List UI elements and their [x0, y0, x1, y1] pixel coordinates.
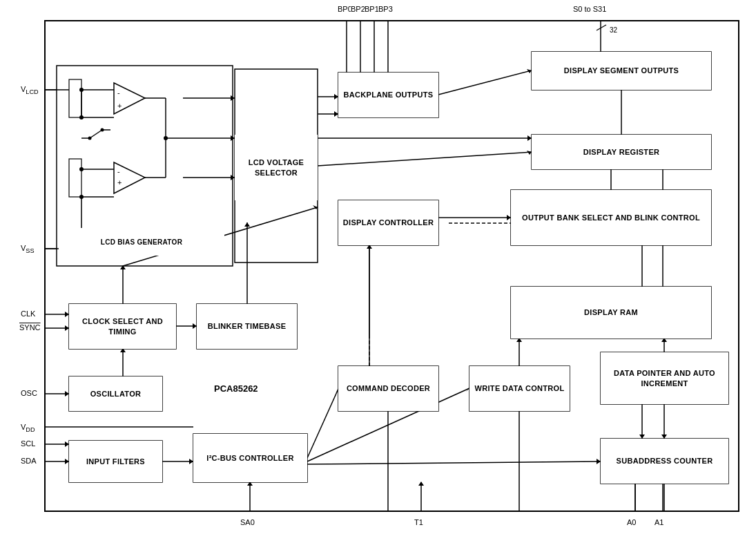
backplane-label: BACKPLANE OUTPUTS — [344, 90, 434, 99]
output-bank-label: OUTPUT BANK SELECT AND BLINK CONTROL — [522, 213, 700, 222]
clock-select-label: CLOCK SELECT AND TIMING — [72, 316, 173, 336]
i2c-bus-block: I²C-BUS CONTROLLER — [193, 434, 307, 482]
svg-text:-: - — [117, 88, 120, 97]
blinker-timebase-block: BLINKER TIMEBASE — [197, 304, 297, 349]
sda-text: SDA — [21, 457, 37, 465]
display-ram-block: DISPLAY RAM — [511, 287, 711, 338]
display-controller-label: DISPLAY CONTROLLER — [343, 218, 434, 227]
svg-line-64 — [597, 25, 606, 30]
svg-line-113 — [307, 461, 601, 464]
svg-text:+: + — [117, 102, 122, 110]
a1-label: A1 — [655, 518, 663, 527]
clk-text: CLK — [21, 309, 35, 318]
block-diagram: - + - + — [0, 0, 756, 534]
vdd-label: VDD — [21, 423, 35, 434]
pca-label: PCA85262 — [214, 383, 258, 394]
svg-rect-2 — [69, 79, 81, 117]
osc-label: OSC — [21, 389, 37, 398]
command-decoder-block: COMMAND DECODER — [338, 366, 438, 411]
svg-point-13 — [88, 137, 92, 140]
svg-line-11 — [90, 130, 102, 138]
display-register-label: DISPLAY REGISTER — [583, 147, 660, 157]
display-register-block: DISPLAY REGISTER — [532, 135, 711, 169]
svg-line-69 — [438, 70, 532, 95]
sync-text: SYNC — [19, 323, 41, 332]
scl-label: SCL — [21, 439, 35, 448]
a0-label: A0 — [627, 518, 636, 527]
oscillator-label: OSCILLATOR — [90, 389, 141, 399]
vss-label: VSS — [21, 244, 35, 255]
input-filters-block: INPUT FILTERS — [69, 441, 162, 482]
lcd-voltage-selector-block: LCD VOLTAGE SELECTOR — [235, 135, 318, 200]
bp2-label: BP2 — [351, 5, 365, 14]
input-filters-label: INPUT FILTERS — [86, 457, 145, 466]
clk-label: CLK — [21, 309, 35, 318]
vlcd-label: VLCD — [21, 85, 39, 96]
osc-text: OSC — [21, 389, 37, 397]
command-decoder-label: COMMAND DECODER — [347, 383, 430, 393]
svg-line-109 — [307, 389, 338, 458]
write-data-control-block: WRITE DATA CONTROL — [469, 366, 570, 411]
lcd-bias-generator-block: LCD BIAS GENERATOR — [59, 228, 224, 256]
data-pointer-label: DATA POINTER AND AUTO INCREMENT — [603, 368, 726, 388]
s0-s31-label: S0 to S31 — [573, 5, 606, 14]
data-pointer-block: DATA POINTER AND AUTO INCREMENT — [601, 352, 728, 404]
svg-point-14 — [101, 128, 104, 132]
pca-name: PCA85262 — [214, 383, 258, 394]
backplane-outputs-block: BACKPLANE OUTPUTS — [338, 73, 438, 117]
svg-text:+: + — [117, 178, 122, 187]
blinker-timebase-label: BLINKER TIMEBASE — [208, 321, 287, 331]
clock-select-block: CLOCK SELECT AND TIMING — [69, 304, 176, 349]
scl-text: SCL — [21, 439, 35, 448]
svg-text:-: - — [117, 167, 120, 175]
display-controller-block: DISPLAY CONTROLLER — [338, 200, 438, 245]
t1-label: T1 — [414, 518, 423, 527]
display-segment-outputs-block: DISPLAY SEGMENT OUTPUTS — [532, 52, 711, 90]
display-segment-label: DISPLAY SEGMENT OUTPUTS — [564, 66, 679, 75]
subaddress-counter-label: SUBADDRESS COUNTER — [617, 456, 713, 466]
sda-label: SDA — [21, 457, 37, 466]
bp3-label: BP3 — [378, 5, 393, 14]
sync-label: SYNC — [19, 323, 41, 332]
oscillator-block: OSCILLATOR — [69, 376, 162, 411]
svg-rect-3 — [69, 159, 81, 197]
svg-marker-89 — [244, 222, 250, 227]
display-ram-label: DISPLAY RAM — [584, 307, 638, 317]
subaddress-counter-block: SUBADDRESS COUNTER — [601, 439, 728, 484]
bp0-label: BP0 — [338, 5, 352, 14]
svg-line-75 — [318, 152, 532, 166]
write-data-label: WRITE DATA CONTROL — [475, 383, 565, 393]
n32-label: 32 — [610, 26, 617, 35]
bp1-label: BP1 — [365, 5, 379, 14]
sa0-label: SA0 — [240, 518, 255, 527]
i2c-bus-label: I²C-BUS CONTROLLER — [206, 453, 293, 463]
lcd-voltage-label: LCD VOLTAGE SELECTOR — [238, 158, 315, 178]
svg-marker-135 — [418, 481, 424, 486]
output-bank-select-block: OUTPUT BANK SELECT AND BLINK CONTROL — [511, 190, 711, 245]
lcd-bias-label: LCD BIAS GENERATOR — [101, 238, 182, 247]
